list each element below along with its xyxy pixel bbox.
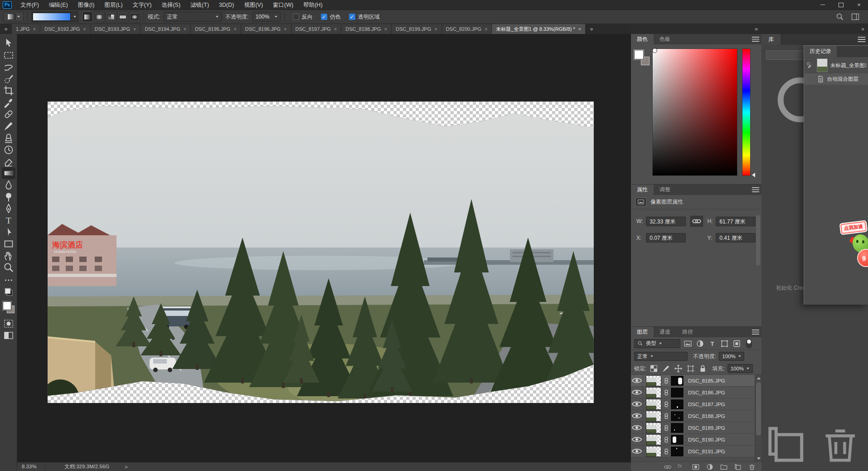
history-source-icon[interactable] [806,75,814,83]
history-source-icon[interactable] [806,61,814,69]
gradient-type-diamond[interactable] [129,11,140,22]
lock-image-icon[interactable] [661,364,671,373]
lock-transparency-icon[interactable] [649,364,659,373]
scroll-down-icon[interactable] [755,455,761,461]
tab-close-icon[interactable]: × [334,26,337,32]
stamp-tool[interactable] [2,132,15,144]
layer-mask-thumbnail[interactable] [670,446,684,457]
tab-close-icon[interactable]: × [434,26,437,32]
lock-all-icon[interactable] [698,364,708,373]
tab-overflow-right[interactable]: » [586,24,597,34]
layer-name[interactable]: DSC_8189.JPG [688,425,725,431]
lock-artboard-icon[interactable] [686,364,695,373]
layer-thumbnail[interactable] [646,375,661,386]
color-selector-ring[interactable] [652,48,657,53]
layer-opacity-select[interactable]: 100% [719,352,744,361]
layer-row[interactable]: DSC_8190.JPG [631,434,755,446]
tab-overflow-left[interactable]: » [0,24,12,34]
layer-thumbnail[interactable] [646,446,661,457]
layer-visibility-eye-icon[interactable] [631,446,643,457]
layer-thumbnail[interactable] [646,387,661,398]
foreground-swatch[interactable] [634,50,644,59]
brush-tool[interactable] [2,120,15,132]
new-layer-icon[interactable] [734,463,742,471]
layer-mask-link-icon[interactable] [663,425,669,431]
crop-tool[interactable] [2,85,15,97]
document-tab[interactable]: DSC_8197.JPG × [291,24,342,34]
layer-mask-link-icon[interactable] [663,378,669,384]
quickselect-tool[interactable] [2,73,15,85]
default-swatches-icon[interactable] [2,286,15,298]
layer-row[interactable]: DSC_8186.JPG [631,387,755,398]
hue-slider[interactable] [742,49,751,176]
layer-mask-link-icon[interactable] [663,448,669,455]
x-field[interactable]: 0.07 厘米 [646,233,686,243]
menu-item-编辑[interactable]: 编辑(E) [44,0,73,10]
menu-item-帮助[interactable]: 帮助(H) [298,0,327,10]
document-tab[interactable]: 未标题_全景图1 @ 8.33%(RGB/8) * × [492,24,586,34]
checkbox[interactable]: ✓ [321,14,327,20]
layer-mask-thumbnail[interactable] [670,434,684,445]
library-new-icon[interactable] [761,419,810,470]
rectshape-tool[interactable] [2,238,15,250]
filter-type-layers-icon[interactable]: T [708,339,717,348]
layer-row[interactable]: DSC_8187.JPG [631,398,755,410]
panel-menu-icon[interactable] [750,327,761,337]
document-tab[interactable]: 1.JPG × [12,24,40,34]
link-layers-icon[interactable] [664,463,672,471]
color-swatch-pair[interactable] [634,50,650,65]
tab-close-icon[interactable]: × [284,26,286,32]
layer-mask-thumbnail[interactable] [670,387,684,398]
new-adjustment-layer-icon[interactable] [706,463,714,471]
healing-tool[interactable] [2,108,15,120]
hand-tool[interactable] [2,250,15,262]
layer-thumbnail[interactable] [646,422,661,433]
gradient-editor-button[interactable] [31,11,78,22]
layer-visibility-eye-icon[interactable] [631,375,643,387]
canvas-area[interactable]: 海滨酒店 OCEAN HOTEL [17,34,631,462]
gradient-type-linear[interactable] [82,11,93,22]
layer-name[interactable]: DSC_8191.JPG [688,449,725,454]
history-row[interactable]: 未标题_全景图1 [804,57,868,73]
document-tab[interactable]: DSC_8199.JPG × [392,24,442,34]
dock-collapse-icon[interactable]: » [755,26,758,32]
lasso-tool[interactable] [2,61,15,73]
status-chevron-icon[interactable]: > [125,464,128,470]
menu-item-选择[interactable]: 选择(S) [156,0,185,10]
layer-name[interactable]: DSC_8188.JPG [688,413,725,419]
layer-visibility-eye-icon[interactable] [631,410,643,422]
zoom-level-field[interactable]: 8.33% [17,462,45,471]
eyedropper-tool[interactable] [2,97,15,108]
gradient-type-reflected[interactable] [117,11,128,22]
layer-mask-thumbnail[interactable] [670,422,684,433]
layer-visibility-eye-icon[interactable] [631,398,643,410]
tab-history[interactable]: 历史记录 [804,46,837,57]
width-field[interactable]: 32.33 厘米 [646,217,686,226]
tool-preset-picker[interactable] [4,12,24,22]
tab-颜色[interactable]: 颜色 [631,34,654,44]
layer-mask-thumbnail[interactable] [670,411,684,422]
dock-collapse-icon[interactable]: » [861,26,864,32]
promo-mascot-overlay[interactable]: 点我加速 9 [841,223,868,306]
foreground-color-swatch[interactable] [3,301,11,310]
layer-row[interactable]: DSC_8188.JPG [631,410,755,422]
layer-name[interactable]: DSC_8187.JPG [688,402,725,407]
filter-smart-objects-icon[interactable] [732,339,742,348]
layers-scrollbar[interactable] [755,375,761,461]
promo-bubble[interactable]: 点我加速 [840,221,867,234]
move-tool[interactable] [2,38,15,49]
document-tab[interactable]: DSC_8196.JPG × [241,24,291,34]
hue-slider-handle[interactable] [752,173,755,177]
document-tab[interactable]: DSC_8195.JPG × [191,24,241,34]
link-dimensions-button[interactable] [690,216,703,227]
close-button[interactable]: × [850,0,868,10]
filter-shape-layers-icon[interactable] [720,339,729,348]
layer-blend-mode-select[interactable]: 正常 [634,352,688,361]
tab-close-icon[interactable]: × [233,26,236,32]
layer-visibility-eye-icon[interactable] [631,422,643,434]
scrollbar-thumb[interactable] [756,382,761,436]
checkbox[interactable]: ✓ [349,14,355,20]
layer-visibility-eye-icon[interactable] [631,387,643,398]
panorama-document[interactable]: 海滨酒店 OCEAN HOTEL [48,102,594,403]
panel-menu-icon[interactable] [750,34,761,44]
